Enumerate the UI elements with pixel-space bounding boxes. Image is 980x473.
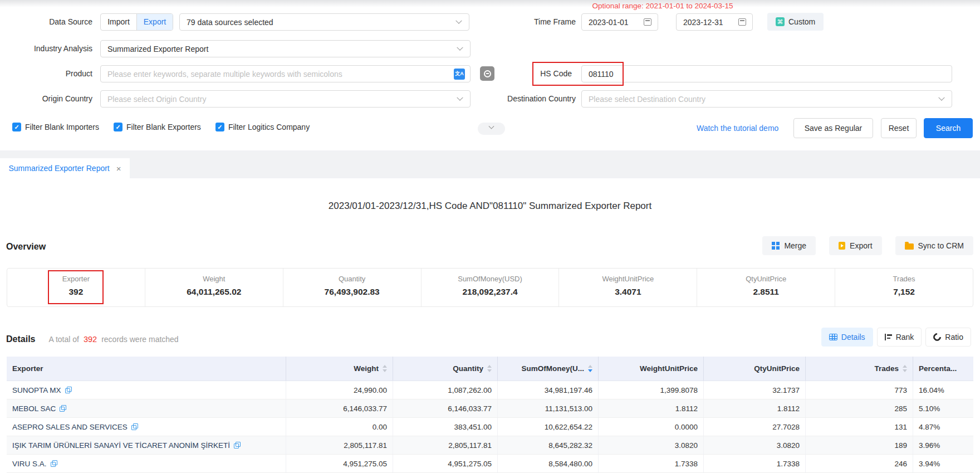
cell-value: 3.0820 bbox=[777, 441, 800, 450]
sort-asc-icon[interactable] bbox=[383, 365, 387, 368]
end-date-input[interactable] bbox=[677, 18, 738, 27]
data-sources-select[interactable]: 79 data sources selected bbox=[179, 13, 469, 31]
sort-carets-icon[interactable] bbox=[487, 365, 492, 372]
copy-icon[interactable] bbox=[65, 387, 72, 393]
stat-label: QtyUnitPrice bbox=[697, 275, 835, 283]
column-header-trades[interactable]: Trades bbox=[806, 357, 913, 381]
sort-asc-icon[interactable] bbox=[588, 365, 592, 368]
sort-carets-icon[interactable] bbox=[383, 365, 387, 372]
translate-icon[interactable]: 文A bbox=[454, 69, 465, 80]
chevron-down-icon bbox=[455, 17, 462, 23]
copy-icon[interactable] bbox=[60, 405, 66, 412]
value-cell: 8,645,282.32 bbox=[498, 436, 599, 454]
column-header-weight[interactable]: Weight bbox=[286, 357, 393, 381]
value-cell: 189 bbox=[806, 436, 913, 454]
view-button-rank[interactable]: Rank bbox=[877, 328, 922, 347]
column-header-weightunitprice: WeightUnitPrice bbox=[599, 357, 704, 381]
exporter-name[interactable]: IŞIK TARIM ÜRÜNLERİ SANAYİ VE TİCARET AN… bbox=[12, 441, 230, 450]
table-row[interactable]: IŞIK TARIM ÜRÜNLERİ SANAYİ VE TİCARET AN… bbox=[7, 436, 973, 455]
toolbar-export-button[interactable]: Export bbox=[829, 236, 881, 255]
sort-desc-icon[interactable] bbox=[903, 369, 907, 372]
cell-value: 5.10% bbox=[919, 404, 940, 413]
value-cell: 383,451.00 bbox=[393, 418, 498, 436]
sort-desc-icon[interactable] bbox=[487, 369, 492, 372]
product-keyword-field[interactable]: 文A bbox=[100, 65, 471, 82]
tutorial-link[interactable]: Watch the tutorial demo bbox=[697, 118, 778, 138]
exporter-name[interactable]: ASEPRO SALES AND SERVICES bbox=[12, 423, 128, 431]
filter-checkbox-item[interactable]: ✓Filter Blank Exporters bbox=[114, 123, 201, 131]
exporter-name[interactable]: SUNOPTA MX bbox=[12, 386, 61, 394]
checkbox-checked-icon[interactable]: ✓ bbox=[114, 123, 122, 131]
import-export-toggle[interactable]: Import Export bbox=[100, 13, 173, 31]
sort-asc-icon[interactable] bbox=[487, 365, 492, 368]
value-cell: 10,622,654.22 bbox=[498, 418, 599, 436]
destination-country-select[interactable]: Please select Destination Country bbox=[581, 90, 952, 108]
import-toggle[interactable]: Import bbox=[101, 14, 137, 30]
sort-desc-icon[interactable] bbox=[383, 369, 387, 372]
hs-code-field[interactable] bbox=[581, 65, 952, 82]
stat-value: 76,493,902.83 bbox=[283, 287, 421, 297]
percentage-cell: 3.94% bbox=[913, 455, 973, 472]
report-title: 2023/01/01-2023/12/31,HS Code AND"081110… bbox=[0, 201, 980, 212]
product-keyword-input[interactable] bbox=[101, 70, 454, 79]
checkbox-checked-icon[interactable]: ✓ bbox=[12, 123, 21, 131]
cell-value: 246 bbox=[894, 460, 907, 468]
close-icon[interactable]: × bbox=[116, 164, 121, 173]
sort-desc-icon[interactable] bbox=[588, 369, 592, 372]
exporter-name[interactable]: VIRU S.A. bbox=[12, 460, 47, 468]
toolbar-merge-button[interactable]: Merge bbox=[762, 236, 816, 255]
copy-icon[interactable] bbox=[51, 460, 57, 467]
start-date-input[interactable] bbox=[582, 18, 644, 27]
table-row[interactable]: SUNOPTA MX24,990.001,087,262.0034,981,19… bbox=[7, 381, 973, 399]
tab-summarized-exporter-report[interactable]: Summarized Exporter Report × bbox=[0, 158, 130, 178]
column-header-qtyunitprice: QtyUnitPrice bbox=[704, 357, 806, 381]
view-button-details[interactable]: Details bbox=[821, 328, 873, 347]
checkbox-checked-icon[interactable]: ✓ bbox=[215, 123, 224, 131]
value-cell: 24,990.00 bbox=[286, 381, 393, 399]
exporter-name[interactable]: MEBOL SAC bbox=[12, 404, 56, 413]
table-icon bbox=[829, 334, 837, 340]
save-as-regular-button[interactable]: Save as Regular bbox=[793, 118, 873, 138]
stat-value: 3.4071 bbox=[559, 287, 697, 297]
end-date-field[interactable] bbox=[676, 13, 753, 31]
toolbar-sync-button[interactable]: Sync to CRM bbox=[895, 236, 973, 255]
calendar-icon bbox=[644, 18, 651, 26]
sort-asc-icon[interactable] bbox=[903, 365, 907, 368]
search-button[interactable]: Search bbox=[924, 118, 973, 138]
export-icon bbox=[839, 242, 845, 250]
copy-icon[interactable] bbox=[234, 442, 241, 448]
column-header-sumofmoneyu[interactable]: SumOfMoney(U... bbox=[498, 357, 599, 381]
filter-checkbox-item[interactable]: ✓Filter Blank Importers bbox=[12, 123, 99, 131]
column-header-quantity[interactable]: Quantity bbox=[393, 357, 498, 381]
export-toggle[interactable]: Export bbox=[137, 14, 173, 30]
value-cell: 3.0820 bbox=[704, 436, 806, 454]
value-cell: 2,805,117.81 bbox=[393, 436, 498, 454]
custom-range-button[interactable]: ⌘ Custom bbox=[767, 13, 824, 31]
reset-button[interactable]: Reset bbox=[881, 118, 917, 138]
table-row[interactable]: MEBOL SAC6,146,033.776,146,033.7711,131,… bbox=[7, 399, 973, 418]
industry-analysis-select[interactable]: Summarized Exporter Report bbox=[100, 40, 471, 57]
copy-icon[interactable] bbox=[131, 423, 138, 430]
data-sources-value: 79 data sources selected bbox=[180, 18, 273, 27]
view-button-ratio[interactable]: Ratio bbox=[925, 328, 971, 347]
table-row[interactable]: VIRU S.A.4,951,275.054,951,275.058,584,4… bbox=[7, 455, 973, 473]
column-label: WeightUnitPrice bbox=[640, 364, 698, 373]
image-search-icon[interactable] bbox=[480, 66, 494, 81]
hs-code-input[interactable] bbox=[582, 70, 952, 79]
cell-value: 24,990.00 bbox=[354, 386, 387, 394]
value-cell: 1.8112 bbox=[704, 399, 806, 417]
origin-country-select[interactable]: Please select Origin Country bbox=[100, 90, 471, 108]
table-row[interactable]: ASEPRO SALES AND SERVICES0.00383,451.001… bbox=[7, 418, 973, 436]
sort-carets-icon[interactable] bbox=[903, 365, 907, 372]
value-cell: 27.7028 bbox=[704, 418, 806, 436]
details-heading: Details bbox=[6, 334, 35, 344]
stat-label: Trades bbox=[835, 275, 973, 283]
cell-value: 773 bbox=[894, 386, 907, 394]
start-date-field[interactable] bbox=[581, 13, 658, 31]
collapse-filters-button[interactable] bbox=[478, 123, 505, 135]
value-cell: 11,131,513.00 bbox=[498, 399, 599, 417]
stat-label: Weight bbox=[145, 275, 283, 283]
stat-cell: QtyUnitPrice2.8511 bbox=[697, 269, 835, 306]
sort-carets-icon[interactable] bbox=[588, 365, 592, 372]
filter-checkbox-item[interactable]: ✓Filter Logitics Company bbox=[215, 123, 310, 131]
